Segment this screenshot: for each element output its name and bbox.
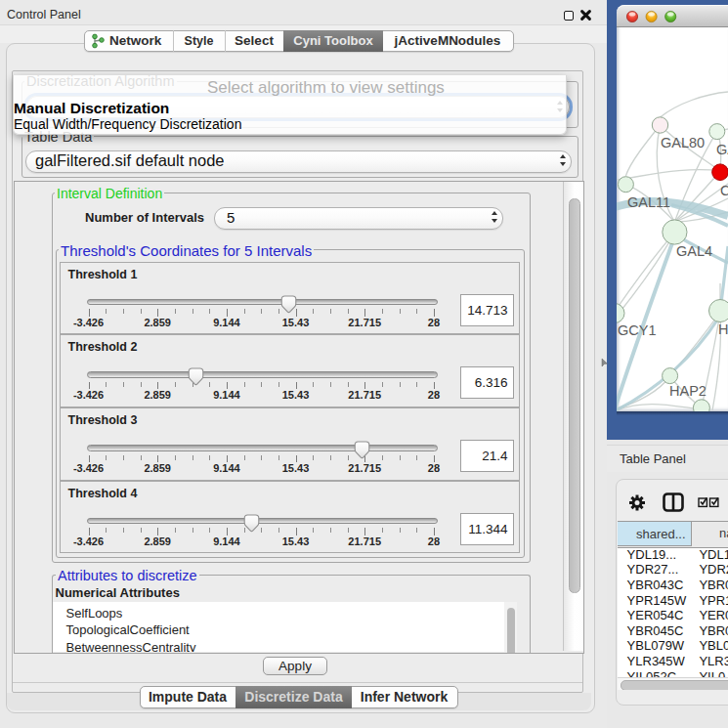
svg-text:HAP2: HAP2: [669, 383, 707, 399]
svg-text:GAL80: GAL80: [661, 135, 705, 150]
svg-text:GCY1: GCY1: [618, 322, 657, 338]
svg-text:GAL4: GAL4: [676, 243, 712, 259]
svg-text:C: C: [720, 183, 728, 198]
svg-text:GAL11: GAL11: [627, 194, 670, 210]
svg-text:H: H: [718, 321, 728, 337]
svg-text:GA: GA: [716, 142, 728, 157]
